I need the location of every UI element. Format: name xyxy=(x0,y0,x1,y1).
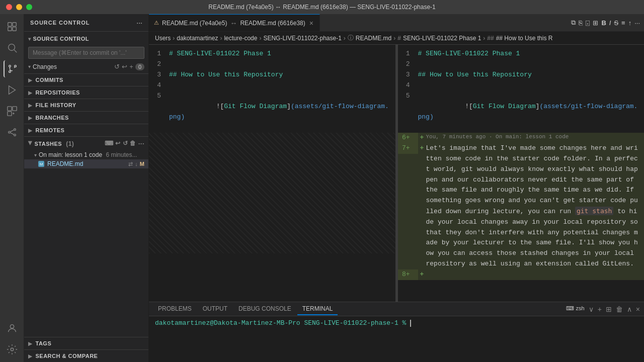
branches-chevron: ▶ xyxy=(28,115,33,121)
svg-rect-1 xyxy=(12,23,16,26)
line-num: 4 xyxy=(149,80,169,91)
breadcrumb-repo[interactable]: SENG-LIVE-011022-phase-1 xyxy=(263,35,341,42)
toolbar-up[interactable]: ↑ xyxy=(628,19,632,27)
file-history-section: ▶ FILE HISTORY xyxy=(24,99,148,111)
activity-account[interactable] xyxy=(4,320,21,337)
sc-section-toggle[interactable]: ▾ SOURCE CONTROL xyxy=(24,34,148,44)
tab-right-label: README.md (6616e38) xyxy=(240,20,305,27)
activity-git-graph[interactable] xyxy=(4,124,21,141)
terminal-close-icon[interactable]: × xyxy=(636,305,640,313)
activity-explorer[interactable] xyxy=(4,18,21,35)
tab-output[interactable]: OUTPUT xyxy=(198,303,232,315)
stash-action-4[interactable]: 🗑 xyxy=(130,140,136,147)
search-compare-header[interactable]: ▶ SEARCH & COMPARE xyxy=(24,350,148,362)
commits-header[interactable]: ▶ COMMITS xyxy=(24,74,148,86)
repositories-header[interactable]: ▶ REPOSITORIES xyxy=(24,86,148,99)
tab-close-button[interactable]: × xyxy=(308,19,314,27)
terminal-cursor xyxy=(410,320,411,327)
terminal-tabs: PROBLEMS OUTPUT DEBUG CONSOLE TERMINAL ⌨… xyxy=(149,302,644,316)
activity-run-debug[interactable] xyxy=(4,81,21,99)
file-history-header[interactable]: ▶ FILE HISTORY xyxy=(24,99,148,111)
tab-icon: ⚠ xyxy=(154,20,159,26)
code-line: 3 ## How to Use this Repository xyxy=(149,70,395,80)
svg-point-4 xyxy=(8,44,15,51)
activity-source-control[interactable] xyxy=(4,60,21,77)
svg-line-17 xyxy=(10,133,14,135)
titlebar-title: README.md (7e4a0e5) ↔ README.md (6616e38… xyxy=(208,4,436,11)
changes-label: Changes xyxy=(33,63,112,70)
toolbar-bold[interactable]: B xyxy=(601,19,606,27)
breadcrumb-users[interactable]: Users xyxy=(155,35,171,42)
terminal-add-icon[interactable]: + xyxy=(598,305,602,313)
line-content: ## How to Use this Repository xyxy=(418,70,645,80)
message-input[interactable] xyxy=(28,47,144,59)
tab-readme-diff[interactable]: ⚠ README.md (7e4a0e5) ↔ README.md (6616e… xyxy=(149,14,320,31)
breadcrumb-user[interactable]: dakotamartinez xyxy=(177,35,218,42)
activity-settings[interactable] xyxy=(4,341,21,358)
code-line: 2 xyxy=(149,59,395,70)
deleted-region xyxy=(149,133,395,253)
editor-tabs: ⚠ README.md (7e4a0e5) ↔ README.md (6616e… xyxy=(149,14,644,32)
terminal-actions: ⌨ zsh ∨ + ⊞ 🗑 ∧ × xyxy=(566,305,640,313)
stashes-header[interactable]: ▶ STASHES (1) ⌨ ↩ ↺ 🗑 ··· xyxy=(24,137,148,150)
stashes-chevron: ▶ xyxy=(28,141,33,146)
activity-extensions[interactable] xyxy=(4,103,21,120)
toolbar-italic[interactable]: I xyxy=(609,19,611,27)
refresh-icon[interactable]: ↺ xyxy=(114,63,120,70)
stage-all-icon[interactable]: + xyxy=(129,63,133,70)
activity-search[interactable] xyxy=(4,39,21,56)
stash-action-1[interactable]: ⌨ xyxy=(105,140,114,147)
tags-header[interactable]: ▶ TAGS xyxy=(24,337,148,349)
svg-rect-0 xyxy=(8,23,11,26)
changes-header[interactable]: ▾ Changes ↺ ↩ + 0 xyxy=(24,62,148,71)
toolbar-split-icon[interactable]: ⧉ xyxy=(571,19,576,27)
terminal-shell-chevron[interactable]: ∨ xyxy=(589,305,594,313)
svg-point-19 xyxy=(11,348,14,351)
app-container: SOURCE CONTROL ··· ▾ SOURCE CONTROL ▾ Ch… xyxy=(0,14,644,362)
remotes-section: ▶ REMOTES xyxy=(24,124,148,136)
code-line: 1 # SENG-LIVE-011022 Phase 1 xyxy=(149,49,395,59)
tab-terminal[interactable]: TERMINAL xyxy=(297,303,338,315)
sidebar-more-button[interactable]: ··· xyxy=(136,19,142,27)
undo-icon[interactable]: ↩ xyxy=(122,63,127,70)
breadcrumb-heading[interactable]: ## How to Use this R xyxy=(496,35,553,42)
toolbar-more[interactable]: ··· xyxy=(634,19,640,27)
diff-marker: + xyxy=(418,133,426,143)
breadcrumb-lecture[interactable]: lecture-code xyxy=(224,35,257,42)
sidebar-header: SOURCE CONTROL ··· xyxy=(24,14,148,32)
maximize-button[interactable] xyxy=(26,4,32,10)
terminal-content[interactable]: dakotamartinez@Dakota-Martinez-MB-Pro SE… xyxy=(149,316,644,362)
right-code-pane[interactable]: 1 # SENG-LIVE-011022 Phase 1 2 3 ## How … xyxy=(398,45,645,302)
toolbar-view-icon[interactable]: ⊞ xyxy=(593,19,598,27)
added-blank-line: 8+ + xyxy=(398,269,645,280)
stash-file-name: README.md xyxy=(47,160,83,167)
tab-debug-console[interactable]: DEBUG CONSOLE xyxy=(233,303,296,315)
breadcrumb-info-icon: ⓘ xyxy=(348,34,354,42)
toolbar-list[interactable]: ≡ xyxy=(621,19,625,27)
stash-action-2[interactable]: ↩ xyxy=(115,140,121,147)
search-compare-chevron: ▶ xyxy=(28,353,33,359)
branches-header[interactable]: ▶ BRANCHES xyxy=(24,112,148,124)
stash-file-entry[interactable]: M README.md ⇄ ↓ M xyxy=(24,159,148,168)
close-button[interactable] xyxy=(6,4,12,10)
stash-action-3[interactable]: ↺ xyxy=(123,140,128,147)
toolbar-strikethrough[interactable]: S xyxy=(614,19,618,27)
breadcrumb-section[interactable]: SENG-LIVE-011022 Phase 1 xyxy=(403,35,481,42)
breadcrumb-file[interactable]: README.md xyxy=(356,35,391,42)
message-input-container xyxy=(24,44,148,62)
code-line: 1 # SENG-LIVE-011022 Phase 1 xyxy=(398,49,645,59)
stash-badge-save: ↓ xyxy=(135,161,138,167)
stash-item[interactable]: ▾ On main: lesson 1 code 6 minutes... xyxy=(24,150,148,159)
terminal-split-icon[interactable]: ⊞ xyxy=(606,305,612,313)
tab-problems[interactable]: PROBLEMS xyxy=(153,303,197,315)
left-code-pane[interactable]: 1 # SENG-LIVE-011022 Phase 1 2 3 ## How … xyxy=(149,45,396,302)
toolbar-open-icon[interactable]: ⌺ xyxy=(586,19,590,27)
stash-more[interactable]: ··· xyxy=(138,140,144,147)
minimize-button[interactable] xyxy=(16,4,22,10)
toolbar-copy-icon[interactable]: ⎘ xyxy=(579,19,583,27)
svg-point-15 xyxy=(14,134,16,136)
terminal-trash-icon[interactable]: 🗑 xyxy=(616,305,623,313)
remotes-header[interactable]: ▶ REMOTES xyxy=(24,124,148,136)
terminal-collapse-icon[interactable]: ∧ xyxy=(627,305,632,313)
line-num: 5 xyxy=(398,91,418,102)
